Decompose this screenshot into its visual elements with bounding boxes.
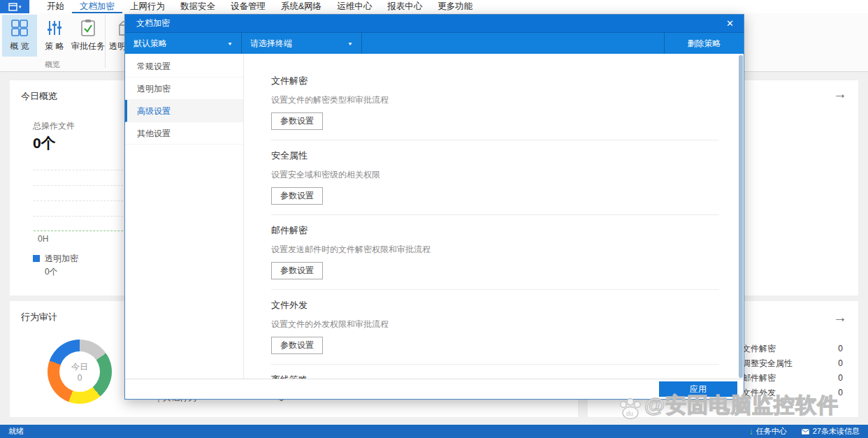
sidebar-item-general-settings[interactable]: 常规设置: [125, 55, 243, 78]
tab-more-features[interactable]: 更多功能: [430, 0, 480, 13]
donut-center-label: 今日: [71, 361, 88, 373]
tab-doc-encryption[interactable]: 文档加密: [72, 0, 122, 13]
section-description: 设置文件的外发权限和审批流程: [271, 319, 719, 330]
tab-data-security[interactable]: 数据安全: [173, 0, 223, 13]
section-file-outgoing: 文件外发 设置文件的外发权限和审批流程 参数设置: [271, 290, 719, 365]
ribbon-policy-button[interactable]: 策 略: [41, 15, 68, 57]
behavior-donut-chart: 今日 0: [48, 340, 112, 404]
section-file-decryption: 文件解密 设置文件的解密类型和审批流程 参数设置: [271, 75, 719, 140]
terminal-dropdown-placeholder: 请选择终端: [250, 38, 292, 50]
section-description: 设置安全域和密级的相关权限: [271, 169, 719, 181]
unread-messages-button[interactable]: 27条未读信息: [801, 426, 860, 437]
section-title: 安全属性: [271, 149, 719, 162]
sidebar-item-transparent-encryption[interactable]: 透明加密: [125, 78, 243, 100]
chart-x-tick: 0H: [38, 234, 48, 244]
ribbon-approve-tasks-label: 审批任务: [71, 41, 105, 52]
section-title: 离线策略: [271, 374, 719, 379]
policy-dropdown[interactable]: 默认策略 ▼: [125, 33, 242, 54]
total-files-value: 0个: [33, 133, 56, 153]
tab-report-center[interactable]: 报表中心: [379, 0, 430, 13]
delete-policy-button[interactable]: 删除策略: [664, 33, 744, 54]
tab-home[interactable]: 开始: [39, 0, 72, 13]
close-icon[interactable]: ✕: [726, 19, 734, 28]
card-arrow-right-icon[interactable]: →: [833, 309, 847, 326]
menu-tabs: 开始 文档加密 上网行为 数据安全 设备管理 系统&网络 运维中心 报表中心 更…: [39, 0, 480, 13]
stat-row: 调整安全属性 0: [737, 356, 844, 370]
toolbar-spacer: [362, 33, 664, 54]
stat-label: 邮件解密: [742, 372, 776, 384]
task-center-button[interactable]: ↓ 任务中心: [749, 426, 787, 437]
chevron-down-icon: ▼: [347, 41, 353, 45]
total-files-label: 总操作文件: [33, 120, 75, 132]
sidebar-item-advanced-settings[interactable]: 高级设置: [125, 100, 243, 122]
tab-ops-center[interactable]: 运维中心: [329, 0, 379, 13]
ribbon-group-label: 概览: [0, 59, 105, 70]
menu-bar: ▾ 开始 文档加密 上网行为 数据安全 设备管理 系统&网络 运维中心 报表中心…: [0, 0, 868, 13]
doc-encryption-dialog: 文档加密 ✕ 默认策略 ▼ 请选择终端 ▼ 删除策略 常规设置 透明加密 高级设…: [124, 14, 744, 400]
watermark: du @安固电脑监控软件: [618, 391, 839, 420]
status-ready-text: 就绪: [8, 426, 24, 437]
stat-label: 调整安全属性: [742, 358, 793, 370]
behavior-card-title: 行为审计: [21, 311, 57, 323]
policy-sliders-icon: [45, 19, 64, 37]
card-arrow-right-icon[interactable]: →: [833, 86, 847, 102]
app-menu-button[interactable]: ▾: [0, 0, 29, 13]
param-settings-button[interactable]: 参数设置: [271, 262, 323, 279]
legend-label: 透明加密: [45, 253, 78, 265]
tab-device-management[interactable]: 设备管理: [223, 0, 273, 13]
param-settings-button[interactable]: 参数设置: [271, 112, 323, 130]
stat-value: 0: [838, 373, 844, 383]
tab-system-network[interactable]: 系统&网络: [273, 0, 329, 13]
stat-value: 0: [838, 344, 844, 353]
app-menu-caret-icon: ▾: [19, 4, 22, 9]
section-offline-policy: 离线策略 应对出差、服务器故障等原因导致的终端离线: [271, 365, 719, 379]
ribbon-overview-button[interactable]: 概 览: [2, 15, 37, 57]
envelope-icon: [801, 428, 810, 435]
legend-value: 0个: [45, 266, 58, 278]
status-bar: 就绪 ↓ 任务中心 27条未读信息: [0, 425, 868, 438]
status-bar-right: ↓ 任务中心 27条未读信息: [749, 426, 860, 437]
overview-grid-icon: [10, 19, 29, 37]
dialog-scrollbar[interactable]: [739, 55, 743, 378]
unread-messages-label: 27条未读信息: [813, 426, 860, 437]
ribbon-policy-label: 策 略: [45, 41, 64, 52]
policy-dropdown-value: 默认策略: [133, 38, 167, 50]
donut-center: 今日 0: [59, 351, 100, 392]
terminal-dropdown[interactable]: 请选择终端 ▼: [242, 33, 362, 54]
stat-value: 0: [838, 358, 844, 368]
chevron-down-icon: ▼: [227, 41, 233, 45]
dialog-sidebar: 常规设置 透明加密 高级设置 其他设置: [125, 54, 244, 379]
stat-value: 0: [838, 388, 844, 397]
param-settings-button[interactable]: 参数设置: [271, 187, 323, 205]
section-description: 设置文件的解密类型和审批流程: [271, 94, 719, 106]
dialog-toolbar: 默认策略 ▼ 请选择终端 ▼ 删除策略: [125, 33, 744, 54]
svg-text:du: du: [626, 410, 633, 417]
scrollbar-thumb[interactable]: [739, 55, 743, 378]
paw-logo-icon: du: [618, 397, 643, 420]
section-description: 设置发送邮件时的文件解密权限和审批流程: [271, 244, 719, 256]
param-settings-button[interactable]: 参数设置: [271, 337, 323, 354]
ribbon-group-separator: [105, 15, 106, 68]
section-title: 邮件解密: [271, 224, 719, 237]
dialog-content: 文件解密 设置文件的解密类型和审批流程 参数设置 安全属性 设置安全域和密级的相…: [244, 54, 744, 379]
dialog-body: 常规设置 透明加密 高级设置 其他设置 文件解密 设置文件的解密类型和审批流程 …: [125, 54, 744, 379]
section-title: 文件解密: [271, 75, 719, 87]
ribbon-approve-tasks-button[interactable]: 审批任务: [70, 15, 106, 57]
section-title: 文件外发: [271, 299, 719, 312]
tab-web-behavior[interactable]: 上网行为: [122, 0, 173, 13]
donut-center-value: 0: [78, 373, 82, 383]
stat-row: 邮件解密 0: [737, 371, 844, 385]
ribbon-overview-label: 概 览: [10, 41, 29, 52]
dialog-title-bar: 文档加密 ✕: [125, 15, 744, 33]
sidebar-item-other-settings[interactable]: 其他设置: [125, 122, 243, 145]
dialog-title: 文档加密: [136, 17, 170, 29]
watermark-text: @安固电脑监控软件: [644, 391, 839, 420]
legend-swatch: [33, 255, 40, 262]
stat-row: 文件解密 0: [737, 342, 844, 356]
section-mail-decryption: 邮件解密 设置发送邮件时的文件解密权限和审批流程 参数设置: [271, 215, 719, 290]
section-security-attributes: 安全属性 设置安全域和密级的相关权限 参数设置: [271, 140, 719, 215]
app-window-icon: [8, 3, 17, 11]
task-center-label: 任务中心: [756, 426, 787, 437]
download-arrow-icon: ↓: [749, 427, 753, 437]
today-card-title: 今日概览: [21, 90, 57, 103]
